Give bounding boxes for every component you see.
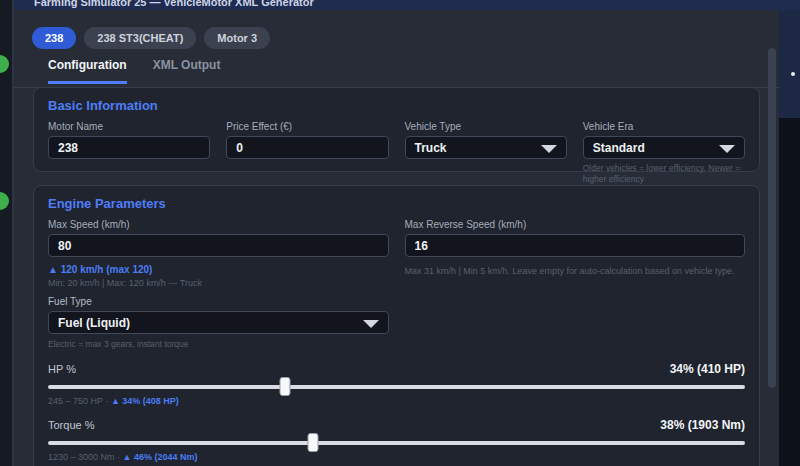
torque-slider-row: Torque % 38% (1903 Nm) 1230 – 3000 Nm · …	[48, 418, 745, 462]
fuel-type-select[interactable]: Fuel (Liquid)	[48, 311, 389, 334]
hp-slider-row: HP % 34% (410 HP) 245 – 750 HP · ▲ 34% (…	[48, 362, 745, 406]
motor-tab-motor-3[interactable]: Motor 3	[204, 27, 270, 49]
torque-slider-value: 38% (1903 Nm)	[660, 418, 745, 432]
basic-information-card: Basic Information Motor Name 238 Price E…	[33, 87, 760, 172]
app-title-bar: Farming Simulator 25 — VehicleMotor XML …	[14, 0, 800, 10]
price-effect-label: Price Effect (€)	[226, 121, 388, 132]
max-reverse-speed-helper: Max 31 km/h | Min 5 km/h. Leave empty fo…	[405, 266, 746, 277]
hp-slider-thumb[interactable]	[279, 377, 290, 396]
hp-slider-value: 34% (410 HP)	[670, 362, 745, 376]
vehicle-type-field-group: Vehicle Type Truck	[405, 121, 567, 184]
max-speed-input[interactable]: 80	[48, 234, 389, 257]
hp-slider-helper: 245 – 750 HP · ▲ 34% (408 HP)	[48, 396, 745, 406]
background-right-strip	[779, 10, 800, 466]
tab-xml-output[interactable]: XML Output	[153, 58, 221, 84]
background-window-edge	[779, 10, 800, 118]
main-window: 238 238 ST3(CHEAT) Motor 3 Configuration…	[14, 10, 779, 466]
vehicle-era-value: Standard	[593, 141, 645, 155]
max-reverse-speed-label: Max Reverse Speed (km/h)	[405, 219, 746, 230]
chevron-down-icon	[363, 320, 379, 328]
app-title: Farming Simulator 25 — VehicleMotor XML …	[34, 0, 800, 8]
max-speed-badge: ▲ 120 km/h (max 120)	[48, 264, 389, 275]
chevron-down-icon	[719, 145, 735, 153]
background-green-icon	[0, 192, 9, 210]
vehicle-era-helper: Older vehicles = lower efficiency. Newer…	[583, 163, 745, 184]
vehicle-era-label: Vehicle Era	[583, 121, 745, 132]
vehicle-era-select[interactable]: Standard	[583, 136, 745, 159]
price-effect-input[interactable]: 0	[226, 136, 388, 159]
background-green-icon	[0, 55, 9, 73]
tab-configuration[interactable]: Configuration	[48, 58, 127, 84]
torque-slider-label: Torque %	[48, 419, 94, 431]
max-speed-field-group: Max Speed (km/h) 80 ▲ 120 km/h (max 120)…	[48, 219, 389, 289]
background-dot-icon	[791, 72, 795, 76]
fuel-type-helper: Electric = max 3 gears, instant torque	[48, 339, 389, 350]
background-window-strip	[0, 0, 14, 466]
max-speed-helper: Min: 20 km/h | Max: 120 km/h — Truck	[48, 278, 389, 289]
motor-name-input[interactable]: 238	[48, 136, 210, 159]
hp-slider[interactable]	[48, 385, 745, 389]
hp-slider-label: HP %	[48, 363, 76, 375]
torque-slider[interactable]	[48, 441, 745, 445]
engine-parameters-card: Engine Parameters Max Speed (km/h) 80 ▲ …	[33, 185, 760, 466]
torque-slider-thumb[interactable]	[307, 433, 318, 452]
desktop: Farming Simulator 25 — VehicleMotor XML …	[0, 0, 800, 466]
fuel-type-value: Fuel (Liquid)	[58, 316, 130, 330]
chevron-down-icon	[541, 145, 557, 153]
max-reverse-speed-field-group: Max Reverse Speed (km/h) 16 Max 31 km/h …	[405, 219, 746, 289]
torque-slider-helper: 1230 – 3000 Nm · ▲ 46% (2044 Nm)	[48, 452, 745, 462]
vehicle-type-label: Vehicle Type	[405, 121, 567, 132]
motor-tab-238[interactable]: 238	[32, 27, 76, 49]
view-tab-bar: Configuration XML Output	[48, 58, 220, 84]
vehicle-type-select[interactable]: Truck	[405, 136, 567, 159]
motor-tab-bar: 238 238 ST3(CHEAT) Motor 3	[32, 27, 270, 49]
vehicle-type-value: Truck	[415, 141, 447, 155]
motor-name-field-group: Motor Name 238	[48, 121, 210, 184]
price-effect-field-group: Price Effect (€) 0	[226, 121, 388, 184]
fuel-type-field-group: Fuel Type Fuel (Liquid) Electric = max 3…	[48, 296, 389, 350]
vertical-scrollbar[interactable]	[768, 48, 776, 388]
fuel-type-label: Fuel Type	[48, 296, 389, 307]
vehicle-era-field-group: Vehicle Era Standard Older vehicles = lo…	[583, 121, 745, 184]
engine-parameters-heading: Engine Parameters	[48, 196, 745, 211]
max-speed-label: Max Speed (km/h)	[48, 219, 389, 230]
motor-name-label: Motor Name	[48, 121, 210, 132]
max-reverse-speed-input[interactable]: 16	[405, 234, 746, 257]
motor-tab-238-st3-cheat[interactable]: 238 ST3(CHEAT)	[84, 27, 196, 49]
basic-information-heading: Basic Information	[48, 98, 745, 113]
